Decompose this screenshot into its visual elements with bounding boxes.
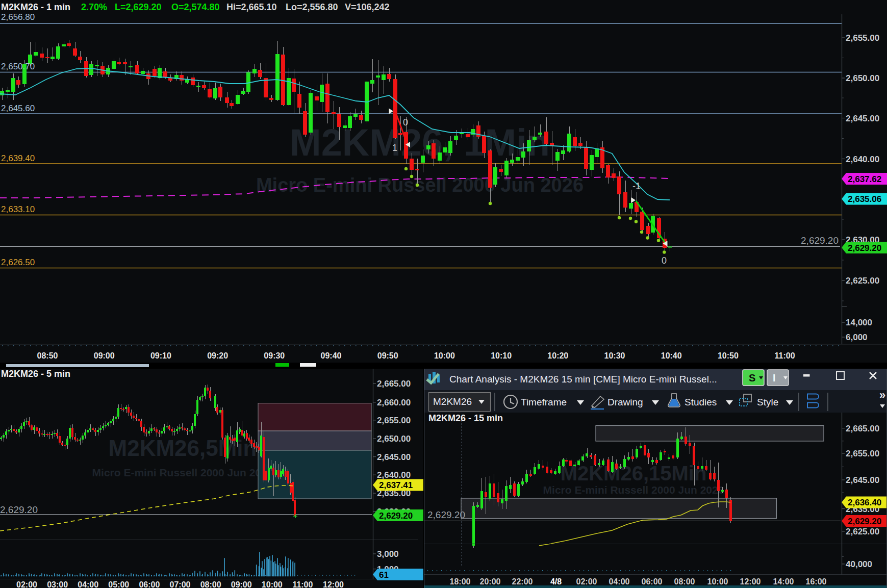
svg-text:M2KM26 - 5 min: M2KM26 - 5 min (1, 369, 70, 379)
svg-text:2,629.20: 2,629.20 (379, 511, 413, 521)
svg-text:2,629.20: 2,629.20 (848, 517, 881, 526)
svg-text:1: 1 (392, 143, 397, 153)
svg-text:11:00: 11:00 (775, 351, 795, 360)
svg-text:06:00: 06:00 (139, 580, 160, 588)
svg-text:2,650.00: 2,650.00 (377, 434, 411, 444)
svg-text:2,645.00: 2,645.00 (846, 114, 879, 123)
svg-text:2,655.00: 2,655.00 (846, 449, 879, 458)
svg-text:2,629.20: 2,629.20 (427, 509, 465, 520)
svg-text:14,000: 14,000 (846, 318, 872, 327)
svg-text:08:50: 08:50 (37, 351, 58, 360)
svg-text:10:00: 10:00 (707, 577, 728, 586)
svg-text:2,655.00: 2,655.00 (846, 33, 879, 43)
svg-text:08:00: 08:00 (674, 577, 695, 586)
svg-text:M2KM26 - 1 min: M2KM26 - 1 min (1, 2, 70, 12)
svg-text:2,640.00: 2,640.00 (377, 470, 411, 480)
svg-text:2,656.80: 2,656.80 (1, 12, 35, 22)
svg-text:2,650.00: 2,650.00 (846, 73, 879, 83)
svg-text:0: 0 (662, 255, 667, 266)
svg-text:10:20: 10:20 (547, 351, 568, 360)
svg-text:»: » (879, 389, 885, 401)
svg-text:12:00: 12:00 (740, 577, 761, 586)
svg-text:10:40: 10:40 (661, 351, 682, 360)
svg-text:Style: Style (757, 397, 778, 407)
svg-text:2,635.06: 2,635.06 (848, 194, 881, 204)
svg-text:2,645.00: 2,645.00 (846, 475, 879, 485)
svg-text:2,645.60: 2,645.60 (1, 104, 35, 113)
svg-text:2,629.20: 2,629.20 (848, 243, 881, 253)
svg-text:2,637.62: 2,637.62 (848, 174, 881, 184)
svg-text:18:00: 18:00 (450, 577, 471, 586)
svg-text:16:00: 16:00 (806, 577, 827, 586)
svg-text:L=2,629.20: L=2,629.20 (115, 2, 162, 12)
svg-text:0: 0 (403, 117, 408, 127)
svg-text:Lo=2,556.80: Lo=2,556.80 (286, 2, 338, 12)
svg-text:Timeframe: Timeframe (521, 397, 567, 407)
svg-text:10:10: 10:10 (491, 351, 512, 360)
svg-text:04:00: 04:00 (609, 577, 630, 586)
svg-text:05:00: 05:00 (108, 580, 129, 588)
svg-text:2,625.00: 2,625.00 (846, 527, 879, 536)
svg-text:10:30: 10:30 (604, 351, 625, 360)
svg-text:10:50: 10:50 (718, 351, 739, 360)
svg-text:11:00: 11:00 (292, 580, 313, 588)
svg-text:Studies: Studies (685, 397, 717, 407)
svg-text:09:10: 09:10 (150, 351, 171, 360)
svg-text:09:40: 09:40 (321, 351, 342, 360)
svg-text:04:00: 04:00 (78, 580, 98, 588)
svg-text:22:00: 22:00 (512, 577, 533, 586)
svg-text:08:00: 08:00 (200, 580, 221, 588)
svg-text:2,665.00: 2,665.00 (377, 379, 411, 389)
svg-text:2,645.00: 2,645.00 (377, 452, 411, 462)
svg-text:Chart Analysis - M2KM26 15 min: Chart Analysis - M2KM26 15 min [CME] Mic… (449, 374, 717, 385)
svg-text:2,625.00: 2,625.00 (846, 276, 879, 286)
svg-text:10:00: 10:00 (434, 351, 455, 360)
svg-text:2.70%: 2.70% (81, 2, 107, 12)
svg-text:2,629.20: 2,629.20 (801, 235, 839, 246)
svg-text:2,650.70: 2,650.70 (1, 62, 35, 71)
svg-text:M2KM26 - 15 min: M2KM26 - 15 min (428, 413, 503, 423)
svg-text:Hi=2,665.10: Hi=2,665.10 (226, 2, 277, 12)
svg-text:61: 61 (379, 570, 389, 580)
svg-text:07:00: 07:00 (170, 580, 191, 588)
svg-text:M2KM26, 1Min: M2KM26, 1Min (290, 121, 550, 164)
svg-text:2,636.40: 2,636.40 (848, 498, 881, 507)
svg-text:O=2,574.80: O=2,574.80 (171, 2, 220, 12)
svg-text:12:00: 12:00 (323, 580, 344, 588)
svg-text:09:20: 09:20 (207, 351, 228, 360)
svg-text:2,665.00: 2,665.00 (846, 424, 879, 433)
svg-text:2,633.10: 2,633.10 (1, 204, 35, 214)
svg-text:20:00: 20:00 (480, 577, 501, 586)
svg-text:2,629.20: 2,629.20 (0, 504, 38, 515)
svg-text:Micro E-mini Russell 2000 Jun: Micro E-mini Russell 2000 Jun 2026 (92, 467, 273, 478)
svg-text:-1: -1 (632, 181, 641, 191)
svg-text:03:00: 03:00 (47, 580, 68, 588)
svg-text:Micro E-mini Russell 2000 Jun: Micro E-mini Russell 2000 Jun 2026 (543, 484, 724, 496)
svg-text:2,637.41: 2,637.41 (379, 480, 413, 490)
svg-text:M2KM26,15Min: M2KM26,15Min (561, 462, 707, 484)
svg-text:Drawing: Drawing (607, 397, 643, 407)
svg-text:M2KM26: M2KM26 (433, 396, 472, 407)
svg-text:4/8: 4/8 (550, 577, 562, 586)
svg-text:09:00: 09:00 (231, 580, 252, 588)
svg-text:Micro E-mini Russell 2000 Jun: Micro E-mini Russell 2000 Jun 2026 (256, 174, 584, 196)
svg-text:02:00: 02:00 (16, 580, 37, 588)
svg-text:2,626.50: 2,626.50 (1, 258, 35, 267)
svg-text:2,639.40: 2,639.40 (1, 154, 35, 163)
svg-text:6,000: 6,000 (846, 333, 868, 342)
svg-text:09:30: 09:30 (264, 351, 285, 360)
svg-text:10:00: 10:00 (262, 580, 283, 588)
svg-text:I: I (773, 372, 776, 384)
svg-text:3,000: 3,000 (377, 549, 399, 559)
svg-text:09:50: 09:50 (377, 351, 398, 360)
svg-text:2,660.00: 2,660.00 (377, 398, 411, 407)
svg-text:09:00: 09:00 (94, 351, 115, 360)
svg-text:V=106,242: V=106,242 (345, 2, 390, 12)
svg-text:2,655.00: 2,655.00 (377, 416, 411, 425)
svg-text:S: S (749, 372, 755, 384)
svg-text:2,640.00: 2,640.00 (846, 155, 879, 164)
svg-text:14:00: 14:00 (773, 577, 794, 586)
svg-text:40,000: 40,000 (846, 559, 872, 569)
svg-text:06:00: 06:00 (642, 577, 663, 586)
svg-text:02:00: 02:00 (576, 577, 597, 586)
